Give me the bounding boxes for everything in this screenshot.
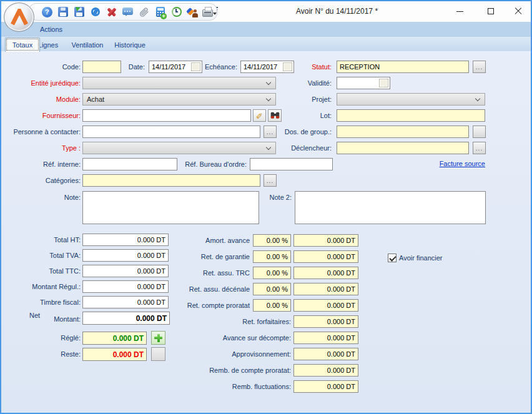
minimize-button[interactable]: [448, 1, 471, 21]
dossier-groupe-input[interactable]: [337, 126, 469, 138]
statut-label: Statut:: [270, 63, 332, 71]
module-value: Achat: [87, 96, 104, 103]
ret-garantie-amount-input[interactable]: 0.000 DT: [293, 250, 358, 263]
net-montant-label: Montant:: [14, 315, 81, 323]
avoir-financier-checkbox[interactable]: [388, 254, 397, 262]
dossier-groupe-button[interactable]: [473, 126, 486, 138]
date-input[interactable]: 14/11/2017: [149, 61, 202, 73]
chevron-down-icon: [475, 96, 480, 101]
reste-input[interactable]: 0.000 DT: [82, 348, 147, 361]
fournisseur-edit-button[interactable]: [253, 109, 266, 122]
ret-compte-proratat-amount-input[interactable]: 0.000 DT: [293, 299, 358, 312]
calculator-add-button[interactable]: [154, 4, 167, 19]
attachment-button[interactable]: [137, 4, 150, 19]
approvisonnement-label: Approvisonnement:: [176, 350, 291, 358]
lot-input[interactable]: [337, 109, 485, 122]
date-label: Date:: [117, 63, 145, 71]
amort-avance-label: Amort. avance: [151, 237, 250, 244]
approvisonnement-input[interactable]: 0.000 DT: [293, 348, 358, 360]
dossier-groupe-label: Dos. de group.:: [270, 128, 332, 136]
maximize-icon: [488, 8, 494, 14]
amort-avance-amount-input[interactable]: 0.000 DT: [293, 234, 358, 247]
comment-bubble-icon: [122, 7, 133, 15]
menu-actions[interactable]: Actions: [37, 25, 65, 34]
validite-picker-button[interactable]: [379, 79, 388, 87]
print-button[interactable]: [202, 4, 217, 19]
app-logo: [4, 2, 34, 32]
ref-interne-label: Réf. interne:: [26, 160, 81, 168]
declencheur-label: Déclencheur:: [270, 144, 332, 152]
avoir-financier-label: Avoir financier: [399, 254, 468, 262]
delete-button[interactable]: [106, 4, 119, 19]
categories-label: Catégories:: [26, 177, 81, 184]
remb-compte-proratat-input[interactable]: 0.000 DT: [293, 364, 358, 377]
close-button[interactable]: [507, 1, 530, 21]
validite-input[interactable]: [337, 77, 390, 89]
ref-bureau-input[interactable]: [250, 158, 333, 170]
save-new-button[interactable]: [73, 4, 86, 19]
entite-juridique-select[interactable]: [82, 77, 276, 89]
declencheur-browse-button[interactable]: ...: [473, 142, 486, 154]
ret-assu-decennale-label: Ret. assu. décénale: [151, 285, 250, 293]
tab-ventilation[interactable]: Ventilation: [69, 38, 106, 51]
ref-bureau-label: Réf. Bureau d'ordre:: [181, 160, 247, 168]
comment-button[interactable]: [122, 4, 135, 19]
montant-regul-label: Montant Régul.:: [14, 283, 81, 290]
declencheur-input[interactable]: [337, 142, 469, 154]
echeance-label: Echéance:: [196, 63, 237, 71]
categories-browse-button[interactable]: ...: [264, 174, 277, 187]
save-icon: [58, 7, 68, 17]
ret-assu-trc-pct-input[interactable]: 0.00 %: [253, 267, 291, 279]
tab-historique[interactable]: Historique: [111, 38, 149, 51]
help-button[interactable]: [41, 4, 54, 19]
fournisseur-input[interactable]: [82, 109, 251, 122]
ret-assu-trc-amount-input[interactable]: 0.000 DT: [293, 267, 358, 279]
ref-interne-input[interactable]: [82, 158, 177, 170]
ret-assu-decennale-pct-input[interactable]: 0.00 %: [253, 283, 291, 295]
ret-compte-proratat-pct-input[interactable]: 0.00 %: [253, 299, 291, 312]
facture-source-link[interactable]: Facture source: [420, 160, 485, 167]
avance-decompte-input[interactable]: 0.000 DT: [293, 332, 358, 344]
remb-fluctuations-label: Remb. fluctuations:: [176, 383, 291, 390]
regle-input[interactable]: 0.000 DT: [82, 332, 147, 345]
personne-input[interactable]: [82, 126, 260, 138]
lot-label: Lot:: [270, 112, 332, 119]
timbre-fiscal-label: Timbre fiscal:: [14, 298, 81, 306]
maximize-button[interactable]: [480, 1, 502, 21]
note-textarea[interactable]: [82, 191, 259, 224]
avance-decompte-label: Avance sur décompte:: [176, 334, 291, 342]
person-icon: [192, 9, 198, 17]
net-montant-input[interactable]: 0.000 DT: [82, 312, 170, 325]
minimize-icon: [456, 11, 463, 12]
ret-forfaitaires-input[interactable]: 0.000 DT: [293, 315, 358, 328]
save-button[interactable]: [57, 4, 70, 19]
reste-button[interactable]: [151, 347, 165, 361]
note2-textarea[interactable]: [295, 191, 486, 224]
categories-input[interactable]: [82, 174, 260, 187]
history-button[interactable]: [170, 4, 183, 19]
remb-fluctuations-input[interactable]: 0.000 DT: [293, 380, 358, 393]
amort-avance-pct-input[interactable]: 0.00 %: [253, 234, 291, 247]
module-select[interactable]: Achat: [82, 93, 276, 106]
type-select[interactable]: [82, 142, 276, 154]
reste-label: Reste:: [14, 350, 81, 358]
total-ttc-label: Total TTC:: [14, 267, 81, 275]
close-icon: [515, 7, 522, 15]
application-window: Avoir N° du 14/11/2017 * Actions Totaux: [0, 0, 532, 414]
refresh-button[interactable]: [89, 4, 102, 19]
date-value: 14/11/2017: [152, 63, 185, 71]
statut-browse-button[interactable]: ...: [473, 61, 486, 73]
projet-select[interactable]: [337, 93, 485, 106]
users-button[interactable]: [186, 4, 199, 19]
ret-assu-trc-label: Ret. assu. TRC: [151, 269, 250, 277]
ret-garantie-pct-input[interactable]: 0.00 %: [253, 250, 291, 263]
ret-assu-decennale-amount-input[interactable]: 0.000 DT: [293, 283, 358, 295]
tab-totaux[interactable]: Totaux: [5, 37, 40, 52]
add-payment-button[interactable]: [151, 331, 165, 345]
ret-compte-proratat-label: Ret. compte proratat: [151, 302, 250, 309]
code-input[interactable]: [82, 61, 121, 73]
menubar: Actions: [1, 22, 531, 37]
statut-input[interactable]: RECEPTION: [337, 61, 469, 73]
plus-icon: [154, 334, 162, 342]
validite-label: Validité:: [270, 79, 332, 87]
